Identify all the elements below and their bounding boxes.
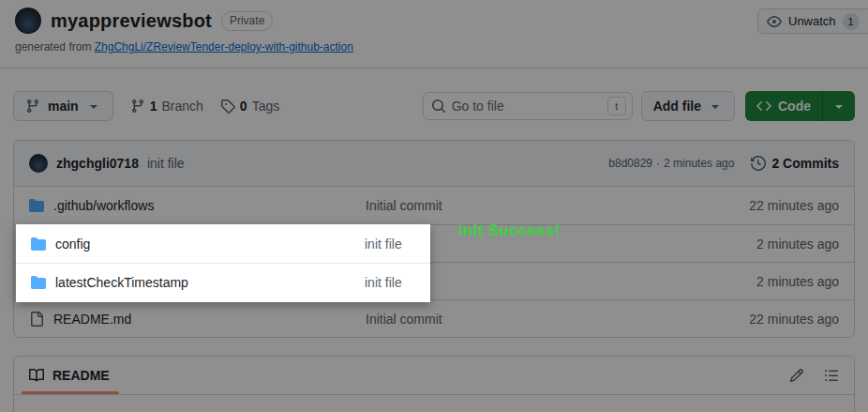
- file-name[interactable]: latestCheckTimestamp: [55, 275, 188, 290]
- highlighted-row-latestchecktimestamp[interactable]: latestCheckTimestamp init file: [16, 263, 430, 301]
- init-success-annotation: init Success!: [458, 221, 561, 240]
- folder-icon: [31, 237, 46, 252]
- file-name[interactable]: config: [55, 237, 90, 252]
- file-commit-message[interactable]: init file: [365, 275, 402, 290]
- highlighted-row-config[interactable]: config init file: [16, 224, 430, 263]
- file-commit-message[interactable]: init file: [365, 237, 402, 252]
- github-repo-page: myappreviewsbot Private generated from Z…: [0, 0, 868, 412]
- folder-icon: [31, 275, 46, 290]
- dim-overlay: [0, 0, 868, 412]
- spotlight-highlight-box: config init file latestCheckTimestamp in…: [16, 224, 430, 302]
